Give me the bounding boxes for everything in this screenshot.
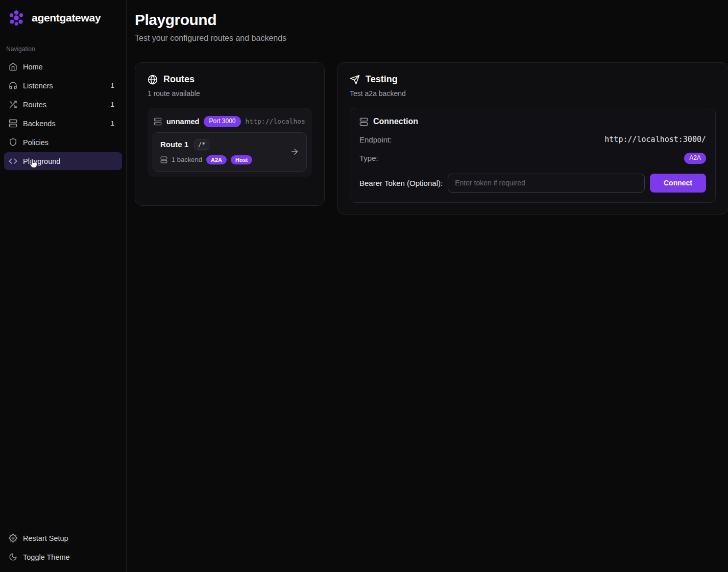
- route-badge-host: Host: [231, 155, 252, 164]
- code-icon: [9, 157, 17, 165]
- main-content: Playground Test your configured routes a…: [127, 0, 728, 572]
- server-icon: [359, 117, 368, 126]
- routes-count-badge: 1: [110, 101, 117, 108]
- home-icon: [9, 62, 17, 71]
- testing-card-header: Testing: [350, 74, 716, 85]
- connection-header: Connection: [359, 117, 706, 126]
- route-badge-a2a: A2A: [206, 155, 227, 164]
- sidebar-item-listeners[interactable]: Listeners 1: [4, 77, 122, 94]
- backend-count: 1 backend: [172, 156, 202, 163]
- page-title: Playground: [135, 11, 728, 29]
- server-icon: [154, 117, 162, 126]
- routes-card-header: Routes: [148, 74, 312, 85]
- token-row: Bearer Token (Optional): Connect: [359, 174, 706, 193]
- toggle-theme-button[interactable]: Toggle Theme: [4, 548, 122, 566]
- route-list-item[interactable]: Route 1 /* 1 backend A2A Host: [153, 132, 307, 172]
- route-split-icon: [9, 100, 17, 109]
- app-logo-row[interactable]: agentgateway: [0, 0, 126, 36]
- sidebar-item-label: Listeners: [23, 82, 53, 90]
- moon-icon: [9, 553, 17, 561]
- type-badge: A2A: [684, 153, 706, 164]
- app-name: agentgateway: [32, 12, 101, 24]
- backend-icon: [160, 156, 167, 163]
- toggle-theme-label: Toggle Theme: [23, 553, 70, 561]
- arrow-right-icon: [290, 147, 299, 156]
- sidebar-item-label: Backends: [23, 120, 56, 128]
- type-row: Type: A2A: [359, 153, 706, 164]
- sidebar-item-label: Home: [23, 63, 43, 71]
- send-icon: [350, 75, 360, 85]
- listener-name: unnamed: [166, 117, 199, 126]
- bearer-token-input[interactable]: [448, 174, 645, 193]
- listeners-count-badge: 1: [110, 82, 117, 89]
- sidebar-item-label: Routes: [23, 101, 46, 109]
- gear-icon: [9, 534, 17, 542]
- connect-button[interactable]: Connect: [650, 174, 706, 193]
- shield-icon: [9, 138, 17, 147]
- routes-card-subtitle: 1 route available: [148, 89, 312, 98]
- type-label: Type:: [359, 154, 378, 162]
- sidebar-item-label: Policies: [23, 138, 48, 147]
- listener-url: http://localhost:3000/: [246, 117, 306, 125]
- testing-card-subtitle: Test a2a backend: [350, 89, 716, 98]
- globe-icon: [148, 75, 158, 85]
- connection-title: Connection: [373, 117, 418, 126]
- app-logo-icon: [7, 9, 26, 27]
- route-info: Route 1 /* 1 backend A2A Host: [160, 139, 252, 164]
- listener-row: unnamed Port 3000 http://localhost:3000/: [153, 113, 307, 132]
- cards-row: Routes 1 route available unnamed Port 30…: [135, 62, 728, 214]
- endpoint-value: http://localhost:3000/: [604, 135, 706, 144]
- routes-card-title: Routes: [163, 74, 195, 85]
- sidebar-footer: Restart Setup Toggle Theme: [0, 526, 126, 572]
- restart-setup-label: Restart Setup: [23, 534, 68, 542]
- routes-card: Routes 1 route available unnamed Port 30…: [135, 62, 325, 206]
- route-name: Route 1: [160, 140, 188, 149]
- headphones-icon: [9, 81, 17, 90]
- route-path-badge: /*: [194, 139, 209, 150]
- endpoint-label: Endpoint:: [359, 135, 392, 144]
- restart-setup-button[interactable]: Restart Setup: [4, 529, 122, 547]
- testing-card-title: Testing: [366, 74, 398, 85]
- sidebar-item-home[interactable]: Home: [4, 58, 122, 76]
- endpoint-row: Endpoint: http://localhost:3000/: [359, 135, 706, 144]
- nav-section-label: Navigation: [4, 41, 122, 58]
- connection-card: Connection Endpoint: http://localhost:30…: [350, 108, 716, 203]
- backends-count-badge: 1: [110, 120, 117, 127]
- sidebar: agentgateway Navigation Home Listeners 1…: [0, 0, 127, 572]
- sidebar-item-playground[interactable]: Playground: [4, 152, 122, 170]
- sidebar-item-backends[interactable]: Backends 1: [4, 114, 122, 132]
- sidebar-nav: Navigation Home Listeners 1 Routes 1: [0, 36, 126, 526]
- page-subtitle: Test your configured routes and backends: [135, 34, 728, 43]
- token-label: Bearer Token (Optional):: [359, 179, 443, 187]
- server-icon: [9, 119, 17, 128]
- port-badge: Port 3000: [204, 116, 240, 127]
- sidebar-item-label: Playground: [23, 157, 60, 165]
- sidebar-item-routes[interactable]: Routes 1: [4, 96, 122, 113]
- testing-card: Testing Test a2a backend Connection Endp…: [337, 62, 728, 214]
- listener-block: unnamed Port 3000 http://localhost:3000/…: [148, 108, 312, 177]
- sidebar-item-policies[interactable]: Policies: [4, 133, 122, 151]
